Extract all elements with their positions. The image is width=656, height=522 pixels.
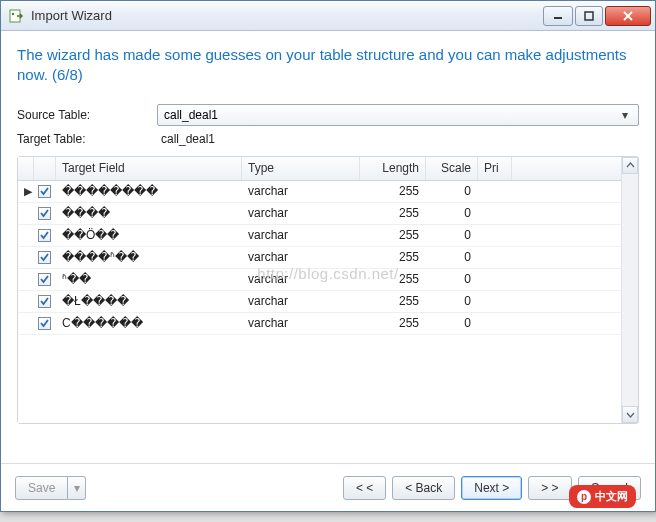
target-table-row: Target Table: call_deal1 [17, 132, 639, 146]
scroll-up-icon[interactable] [622, 157, 638, 174]
cell-primary[interactable] [478, 189, 512, 193]
target-table-label: Target Table: [17, 132, 157, 146]
cell-scale[interactable]: 0 [426, 204, 478, 222]
cell-length[interactable]: 255 [360, 270, 426, 288]
row-checkbox[interactable] [34, 249, 56, 266]
table-row[interactable]: ʱ��varchar2550 [18, 269, 621, 291]
cell-type[interactable]: varchar [242, 270, 360, 288]
cell-primary[interactable] [478, 211, 512, 215]
cell-primary[interactable] [478, 299, 512, 303]
first-button[interactable]: < < [343, 476, 386, 500]
target-table-value: call_deal1 [157, 132, 215, 146]
cell-type[interactable]: varchar [242, 204, 360, 222]
col-target-field[interactable]: Target Field [56, 157, 242, 180]
cell-scale[interactable]: 0 [426, 226, 478, 244]
cell-target-field[interactable]: �Ł���� [56, 292, 242, 310]
row-marker [18, 233, 34, 237]
dropdown-icon: ▾ [618, 108, 632, 122]
cell-type[interactable]: varchar [242, 314, 360, 332]
save-button[interactable]: Save [15, 476, 68, 500]
table-row[interactable]: ����ʱ��varchar2550 [18, 247, 621, 269]
cell-target-field[interactable]: ʱ�� [56, 270, 242, 288]
source-table-row: Source Table: call_deal1 ▾ [17, 104, 639, 126]
cell-scale[interactable]: 0 [426, 270, 478, 288]
row-checkbox[interactable] [34, 315, 56, 332]
svg-point-1 [12, 12, 14, 14]
source-table-value: call_deal1 [164, 108, 618, 122]
table-row[interactable]: C������varchar2550 [18, 313, 621, 335]
cell-target-field[interactable]: ��Ö�� [56, 226, 242, 244]
table-row[interactable]: �Ł����varchar2550 [18, 291, 621, 313]
wizard-heading: The wizard has made some guesses on your… [17, 45, 639, 86]
fields-table: Target Field Type Length Scale Pri ▶����… [17, 156, 639, 424]
row-marker [18, 299, 34, 303]
cell-length[interactable]: 255 [360, 182, 426, 200]
table-row[interactable]: ����varchar2550 [18, 203, 621, 225]
row-marker [18, 211, 34, 215]
cell-primary[interactable] [478, 255, 512, 259]
cell-target-field[interactable]: �������� [56, 182, 242, 200]
save-dropdown-button[interactable]: ▾ [68, 476, 86, 500]
import-wizard-window: Import Wizard The wizard has made some g… [0, 0, 656, 512]
content-area: The wizard has made some guesses on your… [1, 31, 655, 463]
cell-target-field[interactable]: C������ [56, 314, 242, 332]
cell-length[interactable]: 255 [360, 314, 426, 332]
cell-target-field[interactable]: ����ʱ�� [56, 248, 242, 266]
cell-primary[interactable] [478, 321, 512, 325]
window-title: Import Wizard [31, 8, 541, 23]
next-button[interactable]: Next > [461, 476, 522, 500]
close-button[interactable] [605, 6, 651, 26]
last-button[interactable]: > > [528, 476, 571, 500]
minimize-button[interactable] [543, 6, 573, 26]
cell-scale[interactable]: 0 [426, 248, 478, 266]
row-checkbox[interactable] [34, 205, 56, 222]
titlebar[interactable]: Import Wizard [1, 1, 655, 31]
col-length[interactable]: Length [360, 157, 426, 180]
scroll-down-icon[interactable] [622, 406, 638, 423]
col-type[interactable]: Type [242, 157, 360, 180]
row-marker [18, 277, 34, 281]
footer-buttons: Save ▾ < < < Back Next > > > Cancel [1, 463, 655, 511]
row-marker [18, 255, 34, 259]
php-cn-badge: p中文网 [569, 485, 636, 508]
back-button[interactable]: < Back [392, 476, 455, 500]
row-checkbox[interactable] [34, 293, 56, 310]
cell-scale[interactable]: 0 [426, 292, 478, 310]
row-checkbox[interactable] [34, 183, 56, 200]
cell-target-field[interactable]: ���� [56, 204, 242, 222]
cell-type[interactable]: varchar [242, 226, 360, 244]
cell-primary[interactable] [478, 277, 512, 281]
col-scale[interactable]: Scale [426, 157, 478, 180]
cell-type[interactable]: varchar [242, 182, 360, 200]
row-marker: ▶ [18, 182, 34, 200]
table-header: Target Field Type Length Scale Pri [18, 157, 621, 181]
col-primary[interactable]: Pri [478, 157, 512, 180]
row-marker [18, 321, 34, 325]
cell-length[interactable]: 255 [360, 292, 426, 310]
cell-type[interactable]: varchar [242, 248, 360, 266]
table-row[interactable]: ��Ö��varchar2550 [18, 225, 621, 247]
cell-scale[interactable]: 0 [426, 182, 478, 200]
maximize-button[interactable] [575, 6, 603, 26]
source-table-label: Source Table: [17, 108, 157, 122]
cell-type[interactable]: varchar [242, 292, 360, 310]
cell-length[interactable]: 255 [360, 204, 426, 222]
row-checkbox[interactable] [34, 271, 56, 288]
cell-scale[interactable]: 0 [426, 314, 478, 332]
row-checkbox[interactable] [34, 227, 56, 244]
source-table-select[interactable]: call_deal1 ▾ [157, 104, 639, 126]
table-row[interactable]: ▶��������varchar2550 [18, 181, 621, 203]
import-wizard-icon [9, 8, 25, 24]
cell-primary[interactable] [478, 233, 512, 237]
vertical-scrollbar[interactable] [621, 157, 638, 423]
svg-rect-3 [585, 12, 593, 20]
cell-length[interactable]: 255 [360, 248, 426, 266]
cell-length[interactable]: 255 [360, 226, 426, 244]
